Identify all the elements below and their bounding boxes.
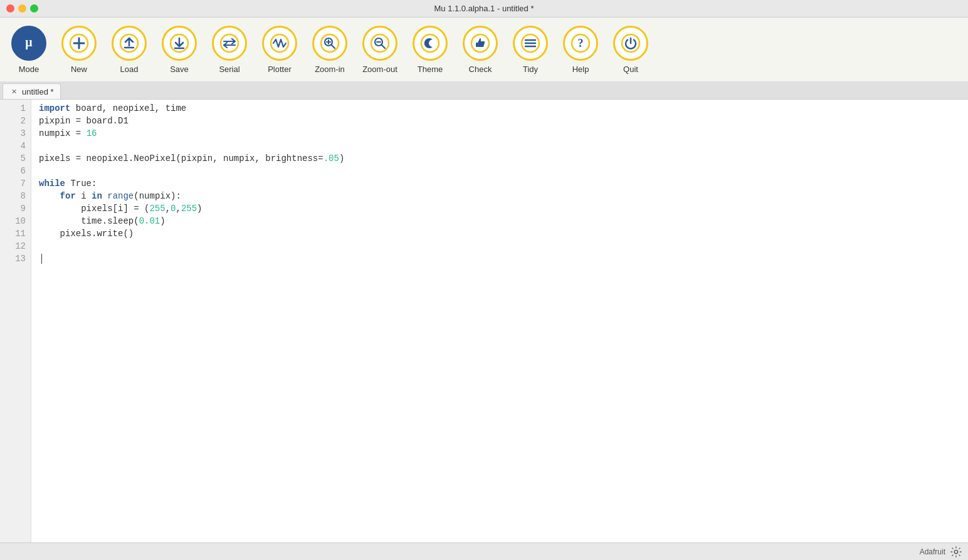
theme-label: Theme — [418, 65, 443, 74]
quit-button[interactable]: Quit — [607, 21, 655, 78]
code-editor[interactable]: import board, neopixel, time pixpin = bo… — [31, 100, 968, 542]
svg-point-20 — [371, 34, 389, 52]
new-icon — [61, 26, 97, 61]
minimize-button[interactable] — [18, 4, 26, 13]
line-num-11: 11 — [0, 227, 31, 240]
svg-text:?: ? — [578, 37, 584, 49]
mode-label: Mode — [19, 65, 39, 74]
line-num-10: 10 — [0, 215, 31, 227]
check-icon — [463, 26, 498, 61]
serial-label: Serial — [219, 65, 239, 74]
new-button[interactable]: New — [55, 21, 103, 78]
window-controls[interactable] — [6, 4, 38, 13]
theme-button[interactable]: Theme — [406, 21, 454, 78]
save-icon — [162, 26, 197, 61]
zoom-out-icon — [362, 26, 397, 61]
titlebar: Mu 1.1.0.alpha.1 - untitled * — [0, 0, 968, 18]
line-num-1: 1 — [0, 102, 31, 115]
line-num-5: 5 — [0, 152, 31, 165]
help-label: Help — [572, 65, 589, 74]
line-num-12: 12 — [0, 240, 31, 252]
plotter-icon — [262, 26, 297, 61]
mode-icon: μ — [11, 26, 46, 61]
svg-point-11 — [221, 34, 238, 52]
tab-close-icon[interactable]: ✕ — [9, 87, 18, 96]
toolbar: μ Mode New Load — [0, 18, 968, 82]
tab-label: untitled * — [22, 87, 54, 96]
save-button[interactable]: Save — [155, 21, 203, 78]
zoom-in-icon — [312, 26, 347, 61]
line-numbers: 1 2 3 4 5 6 7 8 9 10 11 12 13 — [0, 100, 31, 542]
quit-label: Quit — [623, 65, 638, 74]
help-icon: ? — [563, 26, 598, 61]
serial-button[interactable]: Serial — [206, 21, 253, 78]
load-label: Load — [120, 65, 139, 74]
maximize-button[interactable] — [30, 4, 38, 13]
tabbar: ✕ untitled * — [0, 82, 968, 100]
zoom-in-button[interactable]: Zoom-in — [306, 21, 354, 78]
help-button[interactable]: ? Help — [557, 21, 604, 78]
line-num-2: 2 — [0, 115, 31, 127]
new-label: New — [71, 65, 87, 74]
close-button[interactable] — [6, 4, 14, 13]
line-num-9: 9 — [0, 202, 31, 215]
svg-line-19 — [332, 44, 335, 48]
line-num-4: 4 — [0, 140, 31, 152]
line-num-3: 3 — [0, 127, 31, 140]
svg-text:μ: μ — [25, 35, 33, 49]
window-title: Mu 1.1.0.alpha.1 - untitled * — [434, 4, 534, 13]
line-num-6: 6 — [0, 165, 31, 177]
tidy-button[interactable]: Tidy — [507, 21, 554, 78]
zoom-out-label: Zoom-out — [362, 65, 397, 74]
editor-container: 1 2 3 4 5 6 7 8 9 10 11 12 13 import boa… — [0, 100, 968, 542]
svg-point-34 — [954, 550, 957, 553]
plotter-button[interactable]: Plotter — [256, 21, 303, 78]
zoom-out-button[interactable]: Zoom-out — [356, 21, 404, 78]
line-num-13: 13 — [0, 252, 31, 265]
statusbar: Adafruit — [0, 542, 968, 560]
tab-untitled[interactable]: ✕ untitled * — [3, 83, 61, 99]
brand-label: Adafruit — [920, 547, 945, 556]
theme-icon — [413, 26, 448, 61]
load-icon — [112, 26, 147, 61]
quit-icon — [613, 26, 648, 61]
serial-icon — [212, 26, 247, 61]
load-button[interactable]: Load — [105, 21, 153, 78]
svg-point-15 — [321, 34, 339, 52]
settings-icon[interactable] — [950, 546, 962, 557]
svg-line-23 — [382, 44, 386, 48]
save-label: Save — [170, 65, 189, 74]
tidy-label: Tidy — [523, 65, 538, 74]
tidy-icon — [513, 26, 548, 61]
mode-button[interactable]: μ Mode — [5, 21, 53, 78]
svg-point-24 — [421, 34, 439, 52]
svg-rect-26 — [476, 43, 478, 47]
line-num-7: 7 — [0, 177, 31, 190]
plotter-label: Plotter — [268, 65, 292, 74]
line-num-8: 8 — [0, 190, 31, 202]
check-button[interactable]: Check — [456, 21, 504, 78]
check-label: Check — [469, 65, 492, 74]
zoom-in-label: Zoom-in — [315, 65, 345, 74]
